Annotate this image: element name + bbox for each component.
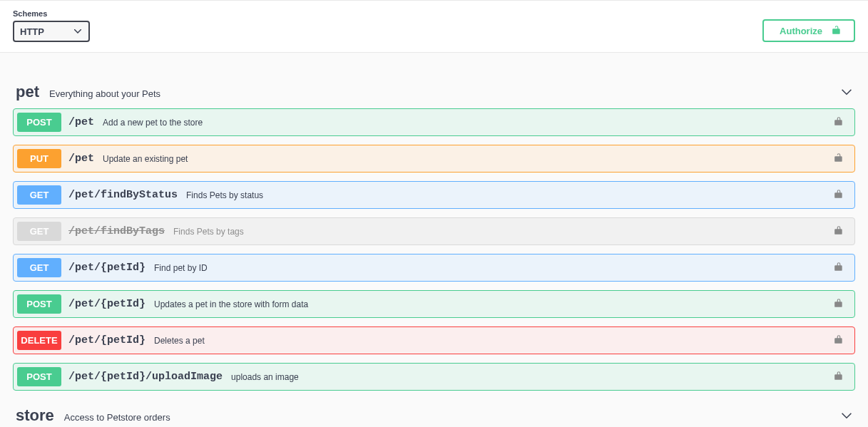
operation-path: /pet/{petId}: [68, 298, 145, 310]
main-content: petEverything about your PetsPOST/petAdd…: [0, 53, 868, 427]
tag-header-left: petEverything about your Pets: [16, 83, 160, 101]
tag-name: pet: [16, 83, 39, 101]
operation-path: /pet: [68, 153, 94, 165]
lock-icon[interactable]: [834, 334, 846, 346]
operation-path: /pet/{petId}: [68, 334, 145, 346]
scheme-bar: Schemes HTTP Authorize: [0, 0, 868, 53]
schemes-label: Schemes: [13, 9, 90, 18]
operation-summary: Deletes a pet: [154, 336, 834, 346]
tag-section-store: storeAccess to Petstore orders: [13, 403, 855, 427]
operation-row[interactable]: POST/petAdd a new pet to the store: [13, 108, 855, 136]
operation-summary: uploads an image: [231, 372, 834, 382]
lock-icon[interactable]: [834, 298, 846, 310]
operation-row[interactable]: GET/pet/findByTagsFinds Pets by tags: [13, 217, 855, 245]
operation-row[interactable]: GET/pet/{petId}Find pet by ID: [13, 254, 855, 282]
operation-summary: Finds Pets by tags: [173, 227, 834, 237]
operation-summary: Update an existing pet: [103, 154, 834, 164]
operation-summary: Updates a pet in the store with form dat…: [154, 299, 834, 309]
operation-summary: Find pet by ID: [154, 263, 834, 273]
operation-row[interactable]: POST/pet/{petId}Updates a pet in the sto…: [13, 290, 855, 318]
method-badge: GET: [17, 258, 61, 277]
method-badge: POST: [17, 294, 61, 314]
lock-open-icon[interactable]: [834, 153, 846, 165]
lock-icon[interactable]: [834, 116, 846, 128]
operation-path: /pet/{petId}: [68, 262, 145, 274]
lock-icon[interactable]: [834, 262, 846, 274]
method-badge: GET: [17, 222, 61, 241]
tag-name: store: [16, 406, 54, 425]
lock-icon[interactable]: [834, 371, 846, 383]
chevron-down-icon: [841, 86, 852, 98]
method-badge: POST: [17, 367, 61, 386]
operation-summary: Finds Pets by status: [186, 190, 834, 200]
operation-row[interactable]: GET/pet/findByStatusFinds Pets by status: [13, 181, 855, 209]
authorize-button[interactable]: Authorize: [762, 19, 855, 42]
authorize-label: Authorize: [780, 26, 822, 36]
method-badge: PUT: [17, 149, 61, 168]
lock-icon[interactable]: [834, 225, 846, 237]
lock-icon[interactable]: [834, 189, 846, 201]
tag-description: Access to Petstore orders: [64, 412, 170, 423]
operation-path: /pet: [68, 116, 94, 128]
method-badge: GET: [17, 185, 61, 205]
operation-summary: Add a new pet to the store: [103, 118, 834, 128]
tag-header-store[interactable]: storeAccess to Petstore orders: [13, 403, 855, 427]
tag-section-pet: petEverything about your PetsPOST/petAdd…: [13, 80, 855, 391]
tag-header-left: storeAccess to Petstore orders: [16, 406, 170, 425]
lock-open-icon: [832, 25, 841, 37]
tag-description: Everything about your Pets: [49, 88, 160, 99]
operation-row[interactable]: DELETE/pet/{petId}Deletes a pet: [13, 326, 855, 354]
method-badge: POST: [17, 113, 61, 132]
operation-path: /pet/findByStatus: [68, 189, 178, 201]
scheme-container: Schemes HTTP: [13, 9, 90, 42]
operation-path: /pet/findByTags: [68, 225, 165, 237]
operation-row[interactable]: POST/pet/{petId}/uploadImageuploads an i…: [13, 363, 855, 391]
schemes-select[interactable]: HTTP: [13, 21, 90, 42]
tag-header-pet[interactable]: petEverything about your Pets: [13, 80, 855, 108]
chevron-down-icon: [841, 410, 852, 421]
operation-row[interactable]: PUT/petUpdate an existing pet: [13, 145, 855, 173]
method-badge: DELETE: [17, 331, 61, 350]
operation-path: /pet/{petId}/uploadImage: [68, 371, 223, 383]
